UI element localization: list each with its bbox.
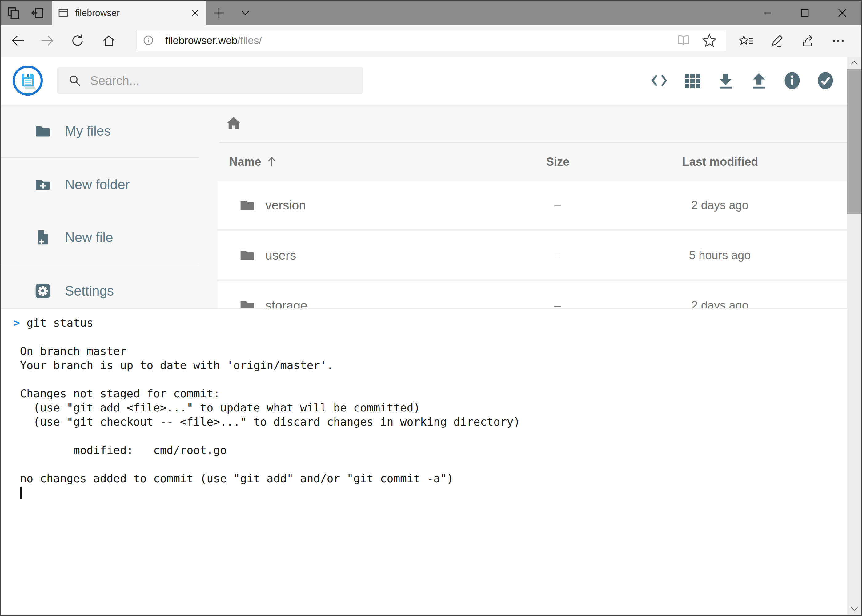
listing-header: Name Size Last modified	[217, 143, 847, 181]
favorites-hub-icon[interactable]	[739, 33, 753, 48]
tab-list-chevron-button[interactable]	[232, 1, 258, 25]
file-size: –	[493, 199, 621, 212]
shell-terminal-panel[interactable]: > git status On branch master Your branc…	[1, 308, 847, 614]
file-plus-icon	[34, 229, 51, 246]
tab-bar-actions	[206, 1, 258, 25]
set-tabs-aside-button[interactable]	[25, 1, 50, 25]
site-info-icon[interactable]	[142, 34, 154, 46]
sidebar-item-label: New file	[65, 230, 113, 245]
filebrowser-header	[1, 57, 861, 105]
browser-window: filebrowser	[0, 0, 862, 616]
folder-icon	[239, 197, 255, 214]
toggle-shell-icon[interactable]	[650, 72, 668, 90]
sidebar-item-new-file[interactable]: New file	[1, 211, 205, 264]
new-tab-button[interactable]	[206, 1, 232, 25]
address-separator	[159, 34, 159, 47]
home-button[interactable]	[102, 33, 116, 48]
url-host[interactable]: filebrowser.web	[165, 35, 237, 46]
set-tabs-aside-icon	[31, 6, 45, 20]
browser-tab[interactable]: filebrowser	[52, 1, 206, 25]
search-input[interactable]	[90, 74, 363, 88]
terminal-cursor	[20, 487, 22, 499]
maximize-button[interactable]	[786, 1, 824, 25]
sidebar-item-my-files[interactable]: My files	[1, 105, 205, 157]
sidebar-item-label: New folder	[65, 177, 129, 192]
file-row-version[interactable]: version – 2 days ago	[217, 181, 847, 231]
home-breadcrumb-icon[interactable]	[225, 115, 241, 131]
scroll-down-button[interactable]	[847, 602, 861, 615]
gear-icon	[34, 282, 51, 300]
folder-icon	[34, 123, 51, 140]
toolbar-right-actions	[739, 33, 846, 48]
column-header-size[interactable]: Size	[494, 155, 622, 168]
sidebar-item-label: Settings	[65, 283, 114, 299]
grid-view-icon[interactable]	[684, 72, 701, 90]
header-action-icons	[650, 72, 834, 90]
search-icon	[68, 74, 82, 87]
download-icon[interactable]	[717, 72, 734, 90]
file-modified: 5 hours ago	[621, 249, 818, 262]
file-name: version	[265, 198, 306, 212]
address-bar[interactable]: filebrowser.web/files/	[137, 30, 726, 51]
refresh-button[interactable]	[71, 33, 85, 48]
close-button[interactable]	[824, 1, 861, 25]
tab-title: filebrowser	[75, 8, 190, 18]
share-icon[interactable]	[800, 33, 815, 48]
more-ellipsis-icon[interactable]	[831, 33, 846, 48]
file-modified: 2 days ago	[621, 199, 818, 212]
tab-favicon	[58, 7, 69, 19]
file-listing: Name Size Last modified version	[217, 105, 847, 332]
reading-view-icon[interactable]	[676, 33, 691, 48]
folder-plus-icon	[34, 176, 51, 193]
column-header-name[interactable]: Name	[217, 155, 494, 168]
select-multiple-check-icon[interactable]	[816, 72, 834, 90]
terminal-output: On branch master Your branch is up to da…	[13, 345, 520, 485]
web-note-pen-icon[interactable]	[769, 33, 784, 48]
terminal-text[interactable]: > git status On branch master Your branc…	[1, 309, 847, 500]
search-bar[interactable]	[57, 67, 363, 94]
column-label: Name	[229, 155, 261, 168]
upload-icon[interactable]	[750, 72, 768, 90]
info-icon[interactable]	[783, 72, 801, 90]
terminal-command: git status	[27, 316, 93, 329]
sidebar: My files New folder New file Sett	[1, 105, 205, 317]
column-header-modified[interactable]: Last modified	[622, 155, 819, 168]
tab-close-icon[interactable]	[190, 8, 200, 18]
scroll-up-button[interactable]	[847, 57, 861, 69]
tab-preview-button[interactable]	[1, 1, 25, 25]
window-controls	[749, 1, 861, 25]
sidebar-item-new-folder[interactable]: New folder	[1, 158, 205, 211]
sort-up-icon	[266, 156, 278, 168]
file-name: users	[265, 248, 296, 262]
breadcrumb	[217, 105, 847, 142]
sidebar-item-label: My files	[65, 123, 111, 139]
forward-button[interactable]	[40, 33, 55, 48]
minimize-button[interactable]	[749, 1, 786, 25]
folder-icon	[239, 247, 255, 264]
scrollbar-thumb[interactable]	[847, 69, 861, 214]
url-path[interactable]: /files/	[237, 35, 262, 46]
filebrowser-logo[interactable]	[13, 66, 43, 96]
page-scrollbar[interactable]	[847, 57, 861, 615]
browser-toolbar: filebrowser.web/files/	[1, 25, 861, 57]
add-favorite-star-icon[interactable]	[702, 33, 717, 48]
prompt-chevron-icon: >	[13, 316, 20, 329]
tab-preview-icon	[6, 6, 20, 20]
file-row-users[interactable]: users – 5 hours ago	[217, 231, 847, 281]
back-button[interactable]	[11, 33, 25, 48]
file-size: –	[493, 249, 621, 262]
address-bar-actions	[676, 30, 717, 51]
